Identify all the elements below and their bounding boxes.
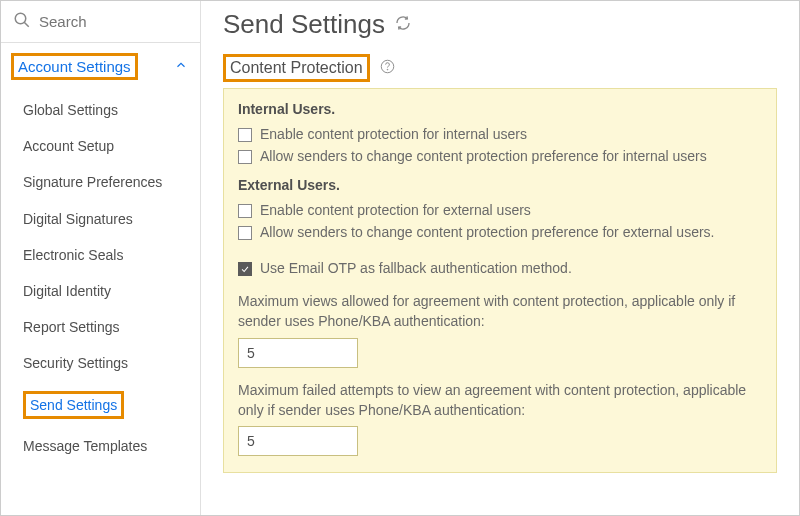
sidebar-item-electronic-seals[interactable]: Electronic Seals bbox=[1, 237, 200, 273]
sidebar-item-report-settings[interactable]: Report Settings bbox=[1, 309, 200, 345]
sidebar-item-label: Account Setup bbox=[23, 138, 114, 154]
sidebar-item-digital-identity[interactable]: Digital Identity bbox=[1, 273, 200, 309]
help-icon[interactable] bbox=[380, 59, 395, 77]
sidebar-group-account-settings[interactable]: Account Settings bbox=[1, 43, 200, 90]
sidebar: Account Settings Global Settings Account… bbox=[1, 1, 201, 515]
sidebar-item-label: Signature Preferences bbox=[23, 174, 162, 190]
checkbox-label: Allow senders to change content protecti… bbox=[260, 148, 707, 164]
checkbox-label: Enable content protection for external u… bbox=[260, 202, 531, 218]
checkbox-row-allow-internal: Allow senders to change content protecti… bbox=[238, 145, 762, 167]
sidebar-item-label: Message Templates bbox=[23, 438, 147, 454]
checkbox-row-enable-internal: Enable content protection for internal u… bbox=[238, 123, 762, 145]
sidebar-item-account-setup[interactable]: Account Setup bbox=[1, 128, 200, 164]
checkbox-row-enable-external: Enable content protection for external u… bbox=[238, 199, 762, 221]
internal-users-label: Internal Users. bbox=[238, 101, 762, 117]
sidebar-item-global-settings[interactable]: Global Settings bbox=[1, 92, 200, 128]
section-title: Content Protection bbox=[223, 54, 370, 82]
refresh-icon[interactable] bbox=[395, 15, 411, 34]
svg-point-3 bbox=[387, 69, 388, 70]
sidebar-item-label: Report Settings bbox=[23, 319, 120, 335]
sidebar-item-digital-signatures[interactable]: Digital Signatures bbox=[1, 201, 200, 237]
max-failed-label: Maximum failed attempts to view an agree… bbox=[238, 380, 762, 421]
checkbox-enable-internal[interactable] bbox=[238, 128, 252, 142]
search-input[interactable] bbox=[39, 13, 188, 30]
max-views-input[interactable] bbox=[238, 338, 358, 368]
sidebar-item-label: Global Settings bbox=[23, 102, 118, 118]
checkbox-row-allow-external: Allow senders to change content protecti… bbox=[238, 221, 762, 243]
sidebar-item-security-settings[interactable]: Security Settings bbox=[1, 345, 200, 381]
checkbox-label: Use Email OTP as fallback authentication… bbox=[260, 260, 572, 276]
page-title: Send Settings bbox=[223, 9, 385, 40]
sidebar-item-label: Electronic Seals bbox=[23, 247, 123, 263]
sidebar-item-label: Send Settings bbox=[23, 391, 124, 419]
search-icon bbox=[13, 11, 31, 32]
main-content: Send Settings Content Protection Interna… bbox=[201, 1, 799, 515]
checkbox-allow-internal[interactable] bbox=[238, 150, 252, 164]
sidebar-item-signature-preferences[interactable]: Signature Preferences bbox=[1, 164, 200, 200]
search-row bbox=[1, 1, 200, 43]
sidebar-item-send-settings[interactable]: Send Settings bbox=[1, 382, 200, 428]
svg-line-1 bbox=[24, 22, 29, 27]
max-views-label: Maximum views allowed for agreement with… bbox=[238, 291, 762, 332]
external-users-label: External Users. bbox=[238, 177, 762, 193]
sidebar-items: Global Settings Account Setup Signature … bbox=[1, 90, 200, 466]
chevron-up-icon bbox=[174, 58, 188, 75]
page-title-row: Send Settings bbox=[223, 9, 777, 40]
sidebar-item-label: Digital Signatures bbox=[23, 211, 133, 227]
sidebar-item-label: Security Settings bbox=[23, 355, 128, 371]
checkbox-row-email-otp: Use Email OTP as fallback authentication… bbox=[238, 257, 762, 279]
sidebar-group-label: Account Settings bbox=[11, 53, 138, 80]
checkbox-label: Enable content protection for internal u… bbox=[260, 126, 527, 142]
section-header: Content Protection bbox=[223, 54, 777, 82]
checkbox-allow-external[interactable] bbox=[238, 226, 252, 240]
svg-point-0 bbox=[15, 13, 26, 24]
sidebar-item-message-templates[interactable]: Message Templates bbox=[1, 428, 200, 464]
checkbox-email-otp[interactable] bbox=[238, 262, 252, 276]
checkbox-enable-external[interactable] bbox=[238, 204, 252, 218]
max-failed-input[interactable] bbox=[238, 426, 358, 456]
sidebar-item-label: Digital Identity bbox=[23, 283, 111, 299]
checkbox-label: Allow senders to change content protecti… bbox=[260, 224, 714, 240]
content-protection-panel: Internal Users. Enable content protectio… bbox=[223, 88, 777, 473]
